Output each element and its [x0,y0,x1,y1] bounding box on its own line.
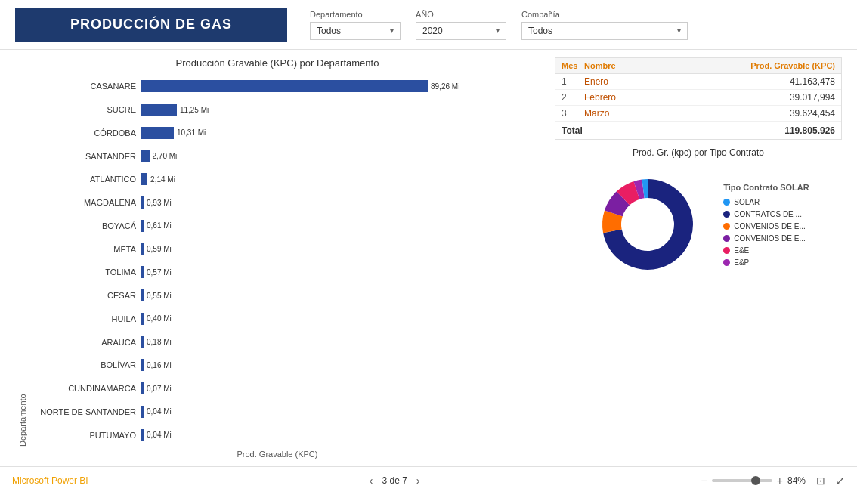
bar-value: 0,61 Mi [147,221,172,230]
bar-value: 0,04 Mi [147,407,172,416]
bar-value: 2,70 Mi [153,152,178,160]
bar-container: 2,14 Mi [141,173,540,185]
right-panel: Mes Nombre Prod. Gravable (KPC) 1 Enero … [555,57,842,459]
bar-fill [141,104,177,116]
zoom-percent: 84% [787,475,806,486]
legend-item: SOLAR [723,198,809,206]
bar-label: PUTUMAYO [38,431,136,440]
donut-title: Prod. Gr. (kpc) por Tipo Contrato [633,147,764,158]
table-body: 1 Enero 41.163,478 2 Febrero 39.017,994 … [555,74,841,122]
bar-container: 10,31 Mi [141,127,540,139]
bar-container: 2,70 Mi [141,150,540,162]
zoom-slider[interactable] [712,479,772,482]
filter-ano: AÑO 2020 ▾ [416,10,506,40]
bar-label: CESAR [38,291,136,300]
bar-container: 0,18 Mi [141,336,540,348]
bar-value: 0,04 Mi [147,431,172,439]
bar-row: CASANARE89,26 Mi [38,78,540,94]
fullscreen-icon[interactable]: ⤢ [836,475,845,487]
bar-row: CUNDINAMARCA0,07 Mi [38,380,540,397]
bar-fill [141,220,144,232]
bar-container: 11,25 Mi [141,104,540,116]
bar-fill [141,173,147,185]
table-header: Mes Nombre Prod. Gravable (KPC) [555,58,841,74]
legend-item: CONVENIOS DE E... [723,234,809,243]
departamento-select[interactable]: Todos ▾ [310,22,401,40]
bar-container: 0,93 Mi [141,196,540,209]
zoom-minus-icon[interactable]: − [701,475,707,487]
bar-fill [141,382,144,394]
bar-container: 0,16 Mi [141,359,540,371]
bar-container: 0,07 Mi [141,382,540,394]
legend-label: E&P [734,258,749,267]
bar-value: 0,59 Mi [147,245,172,253]
departamento-label: Departamento [310,10,401,19]
bar-container: 89,26 Mi [141,80,540,92]
table-section: Mes Nombre Prod. Gravable (KPC) 1 Enero … [555,57,842,140]
zoom-plus-icon[interactable]: + [777,475,783,487]
bar-fill [141,150,150,162]
mes-value: 39.624,454 [710,108,835,119]
bar-container: 0,04 Mi [141,406,540,418]
legend-label: E&E [734,246,749,255]
zoom-area: − + 84% ⊡ ⤢ [701,475,845,487]
bar-row: PUTUMAYO0,04 Mi [38,427,540,444]
y-axis-label: Departamento [15,75,30,447]
table-header-nombre: Nombre [584,61,710,70]
bar-row: NORTE DE SANTANDER0,04 Mi [38,404,540,420]
filter-departamento: Departamento Todos ▾ [310,10,401,40]
bar-chart-title: Producción Gravable (KPC) por Departamen… [15,57,540,69]
zoom-thumb[interactable] [751,476,760,485]
bar-container: 0,40 Mi [141,313,540,325]
table-row: 1 Enero 41.163,478 [555,74,841,90]
chevron-down-icon: ▾ [677,26,681,35]
bar-row: BOLÍVAR0,16 Mi [38,357,540,373]
mes-value: 39.017,994 [710,92,835,103]
chevron-down-icon: ▾ [496,26,500,35]
mes-num: 1 [562,76,584,87]
bar-label: META [38,245,136,254]
bar-label: BOYACÁ [38,221,136,230]
table-header-prod: Prod. Gravable (KPC) [710,61,835,70]
bar-container: 0,04 Mi [141,429,540,441]
legend-label: CONVENIOS DE E... [734,222,805,230]
legend-dot [723,235,730,242]
bar-row: SUCRE11,25 Mi [38,101,540,118]
bar-label: ATLÁNTICO [38,175,136,184]
compania-select[interactable]: Todos ▾ [521,22,688,40]
table-header-mes: Mes [562,61,584,70]
bar-row: CESAR0,55 Mi [38,287,540,304]
next-page-btn[interactable]: › [413,475,423,487]
power-bi-link[interactable]: Microsoft Power BI [12,475,88,486]
donut-svg [587,164,708,285]
mes-name: Febrero [584,92,710,103]
bar-value: 2,14 Mi [150,175,175,184]
legend-label: CONVENIOS DE E... [734,234,805,243]
bar-row: HUILA0,40 Mi [38,311,540,327]
page-indicator: 3 de 7 [382,475,407,486]
bar-value: 0,16 Mi [147,361,172,369]
bar-fill [141,266,144,278]
prev-page-btn[interactable]: ‹ [367,475,376,487]
filter-compania: Compañía Todos ▾ [521,10,688,40]
bar-fill [141,243,144,255]
pagination: ‹ 3 de 7 › [367,475,423,487]
legend-dot [723,223,730,230]
bar-fill [141,359,144,371]
bar-value: 11,25 Mi [180,106,209,114]
bar-value: 0,18 Mi [147,338,172,346]
legend-dot [723,247,730,254]
bar-row: ARAUCA0,18 Mi [38,334,540,351]
bar-label: MAGDALENA [38,198,136,207]
x-axis-label: Prod. Gravable (KPC) [15,450,540,459]
bar-fill [141,127,174,139]
legend-item: CONVENIOS DE E... [723,222,809,230]
bar-row: CÓRDOBA10,31 Mi [38,125,540,141]
donut-wrapper: Tipo Contrato SOLARSOLARCONTRATOS DE ...… [587,164,809,285]
mes-num: 2 [562,92,584,103]
table-total-row: Total 119.805.926 [555,122,841,139]
fit-icon[interactable]: ⊡ [816,475,825,487]
bar-fill [141,313,144,325]
bar-fill [141,429,144,441]
ano-select[interactable]: 2020 ▾ [416,22,506,40]
